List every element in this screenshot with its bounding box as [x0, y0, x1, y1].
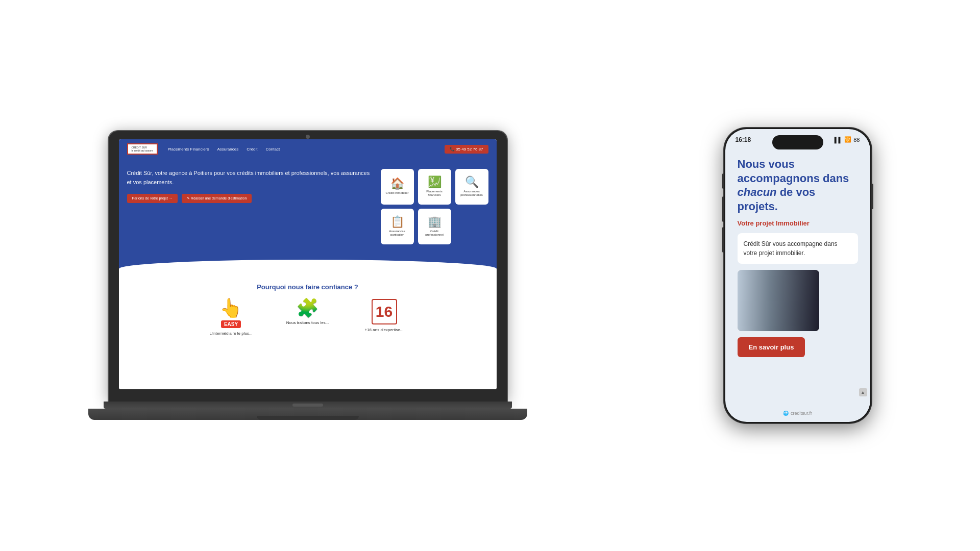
phone-description-box: Crédit Sûr vous accompagne dans votre pr…	[738, 233, 858, 264]
phone-project-subheading: Votre projet Immobilier	[738, 219, 858, 227]
placements-icon: 💹	[428, 177, 442, 188]
hero-btn-talk[interactable]: Parlons de votre projet →	[127, 194, 178, 203]
hero-icon-assurances-part: 📋 Assurances particulier	[381, 209, 414, 244]
laptop-hinge	[104, 402, 512, 409]
phone-image	[738, 270, 819, 331]
phone-silent-button	[722, 173, 724, 189]
hero-icons-grid: 🏠 Crédit immobilier 💹 Placements financi…	[381, 169, 488, 244]
credit-immo-label: Crédit immobilier	[385, 191, 408, 195]
phone-screen: 16:18 ▌▌ 🛜 88 Nous vous accompagnons dan…	[725, 129, 870, 422]
assurances-pro-label: Assurances professionnelles	[458, 190, 485, 197]
phone-footer: 🌐 creditsur.fr	[725, 411, 870, 416]
phone-device: 16:18 ▌▌ 🛜 88 Nous vous accompagnons dan…	[724, 128, 872, 423]
phone-signal-icon: ▌▌	[835, 137, 843, 143]
site-navbar: CREDIT SUR le crédit qui assure Placemen…	[119, 139, 497, 159]
laptop-device: CREDIT SUR le crédit qui assure Placemen…	[109, 131, 507, 420]
assurances-part-icon: 📋	[390, 216, 404, 228]
laptop-display: CREDIT SUR le crédit qui assure Placemen…	[119, 139, 497, 389]
logo-text-sub: le crédit qui assure	[132, 149, 153, 152]
phone-body: 16:18 ▌▌ 🛜 88 Nous vous accompagnons dan…	[724, 128, 872, 423]
nav-links: Placements Financiers Assurances Crédit …	[168, 147, 434, 152]
trust-expertise-text: +16 ans d'expertise...	[364, 328, 403, 333]
trust-title: Pourquoi nous faire confiance ?	[127, 283, 488, 291]
laptop-base	[88, 409, 527, 420]
phone-footer-icon: 🌐	[783, 411, 789, 416]
nav-phone-button[interactable]: 📞 05 49 52 76 87	[445, 145, 488, 154]
hero-icon-placements: 💹 Placements financiers	[418, 169, 451, 205]
trust-icon-hand: 👆	[219, 299, 242, 317]
scroll-up-indicator[interactable]: ▲	[859, 388, 867, 396]
nav-link-assurances[interactable]: Assurances	[217, 147, 238, 152]
wave-separator	[119, 260, 497, 275]
phone-description-text: Crédit Sûr vous accompagne dans votre pr…	[744, 240, 838, 257]
phone-footer-url: creditsur.fr	[791, 411, 812, 416]
trust-easy-text: L'intermédiaire le plus...	[209, 331, 252, 336]
hero-icon-credit-immo: 🏠 Crédit immobilier	[381, 169, 414, 205]
phone-dynamic-island	[772, 135, 823, 149]
trust-easy-badge: EASY	[221, 320, 241, 328]
hero-buttons: Parlons de votre projet → ✎ Réaliser une…	[127, 194, 371, 203]
nav-link-placements[interactable]: Placements Financiers	[168, 147, 209, 152]
assurances-part-label: Assurances particulier	[384, 230, 411, 237]
phone-power-button	[872, 184, 873, 209]
credit-pro-icon: 🏢	[428, 216, 442, 228]
hero-btn-estimate[interactable]: ✎ Réaliser une demande d'estimation	[182, 194, 252, 203]
phone-wifi-icon: 🛜	[844, 136, 851, 143]
credit-immo-icon: 🏠	[390, 178, 404, 189]
site-logo: CREDIT SUR le crédit qui assure	[127, 143, 158, 155]
trust-puzzle-text: Nous traitons tous les...	[286, 320, 329, 325]
trust-card-easy: 👆 EASY L'intermédiaire le plus...	[201, 299, 262, 336]
phone-cta-button[interactable]: En savoir plus	[738, 337, 805, 357]
phone-volume-down-button	[722, 227, 724, 253]
laptop-camera	[306, 135, 310, 139]
phone-volume-up-button	[722, 196, 724, 222]
trust-card-puzzle: 🧩 Nous traitons tous les...	[277, 299, 338, 336]
trust-number-16: 16	[372, 299, 397, 324]
assurances-pro-icon: 🔍	[465, 177, 479, 188]
website-content: CREDIT SUR le crédit qui assure Placemen…	[119, 139, 497, 389]
hero-icon-credit-pro: 🏢 Crédit professionnel	[418, 209, 451, 244]
placements-label: Placements financiers	[421, 190, 448, 197]
laptop-screen: CREDIT SUR le crédit qui assure Placemen…	[109, 131, 507, 402]
trust-icon-puzzle: 🧩	[296, 299, 319, 317]
credit-pro-label: Crédit professionnel	[421, 230, 448, 237]
hero-title: Crédit Sûr, votre agence à Poitiers pour…	[127, 169, 371, 187]
trust-card-expertise: 16 +16 ans d'expertise...	[354, 299, 415, 336]
trust-section: Pourquoi nous faire confiance ? 👆 EASY L…	[119, 275, 497, 389]
phone-content-area: Nous vous accompagnons dans chacun de vo…	[725, 129, 870, 422]
trust-cards-row: 👆 EASY L'intermédiaire le plus... 🧩 Nous…	[127, 299, 488, 336]
hero-text-area: Crédit Sûr, votre agence à Poitiers pour…	[127, 169, 371, 203]
phone-battery-level: 88	[853, 137, 860, 143]
phone-time: 16:18	[736, 136, 751, 143]
phone-main-heading: Nous vous accompagnons dans chacun de vo…	[738, 157, 858, 213]
phone-status-icons: ▌▌ 🛜 88	[835, 136, 860, 143]
nav-link-contact[interactable]: Contact	[266, 147, 280, 152]
hero-section: Crédit Sûr, votre agence à Poitiers pour…	[119, 159, 497, 260]
hero-icon-assurances-pro: 🔍 Assurances professionnelles	[455, 169, 488, 205]
nav-link-credit[interactable]: Crédit	[247, 147, 257, 152]
